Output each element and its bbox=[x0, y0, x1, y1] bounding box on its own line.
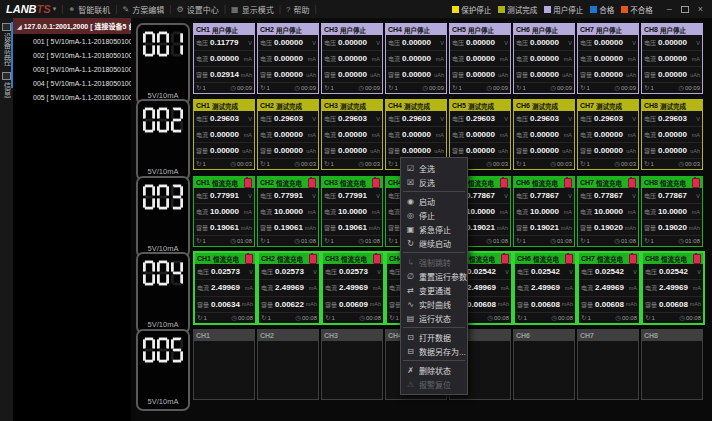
channel-card-005-CH1[interactable]: CH1 bbox=[193, 329, 255, 400]
menu-bar: |⚭智能联机|✎方案编辑|⚙设置中心|▦显示模式|?帮助| bbox=[60, 0, 318, 18]
context-menu-item-反选[interactable]: ☒反选 bbox=[401, 175, 467, 189]
step-time: 00:03 bbox=[301, 161, 316, 167]
context-menu-item-重置运行参数[interactable]: ∅重置运行参数 bbox=[401, 269, 467, 283]
logo-caret-icon[interactable]: ▾ bbox=[53, 5, 57, 13]
loop-count: 1 bbox=[330, 238, 333, 244]
context-menu-item-变更通道[interactable]: ⇄变更通道 bbox=[401, 283, 467, 297]
capacity-row: 容量0.00608mAh bbox=[515, 297, 575, 313]
capacity-row: 容量0.00000uAh bbox=[322, 143, 382, 159]
channel-card-005-CH8[interactable]: CH8 bbox=[641, 329, 703, 400]
capacity-value: 0.02914 bbox=[210, 70, 239, 79]
channel-card-003-CH1[interactable]: CH1 恒流充电 电压0.77991V电流10.0000mA容量0.19061m… bbox=[193, 176, 255, 247]
current-row: 电流2.49969mA bbox=[195, 280, 255, 296]
current-row: 电流2.49969mA bbox=[259, 280, 319, 296]
menu-item-智能联机[interactable]: ⚭智能联机 bbox=[64, 4, 114, 15]
capacity-value: 0.00000 bbox=[530, 70, 559, 79]
channel-name: CH5 bbox=[452, 26, 466, 33]
channel-card-001-CH7[interactable]: CH7 用户停止 电压0.00000V电流0.00000mA容量0.00000u… bbox=[577, 23, 639, 94]
context-menu-item-启动[interactable]: ◉启动 bbox=[401, 194, 467, 208]
context-menu-item-打开数据[interactable]: ⊡打开数据 bbox=[401, 330, 467, 344]
channel-card-002-CH8[interactable]: CH8 测试完成 电压0.29603V电流0.00000mA容量0.00000u… bbox=[641, 99, 703, 170]
context-menu-item-运行状态[interactable]: ▤运行状态 bbox=[401, 311, 467, 325]
channel-card-001-CH3[interactable]: CH3 用户停止 电压0.00000V电流0.00000mA容量0.00000u… bbox=[321, 23, 383, 94]
context-menu-item-继续启动[interactable]: ↻继续启动 bbox=[401, 236, 467, 250]
channel-card-004-CH1[interactable]: CH1 恒流充电 电压0.02573V电流2.49969mA容量0.00634m… bbox=[193, 251, 257, 325]
channel-card-004-CH6[interactable]: CH6 恒流充电 电压0.02542V电流2.49969mA容量0.00608m… bbox=[513, 251, 577, 325]
channel-card-002-CH7[interactable]: CH7 测试完成 电压0.29603V电流0.00000mA容量0.00000u… bbox=[577, 99, 639, 170]
current-value: 2.49969 bbox=[659, 283, 688, 292]
device-tile-003[interactable]: 5V/10mA bbox=[136, 176, 190, 258]
legend-label: 测试完成 bbox=[507, 4, 537, 15]
loop-icon: ↻ bbox=[452, 84, 457, 91]
window-controls: – × bbox=[667, 5, 703, 14]
channel-card-003-CH3[interactable]: CH3 恒流充电 电压0.77991V电流10.0000mA容量0.19061m… bbox=[321, 176, 383, 247]
resume-start-icon: ↻ bbox=[406, 239, 415, 248]
context-menu-item-数据另存为...[interactable]: ⊟数据另存为... bbox=[401, 344, 467, 358]
context-menu-item-全选[interactable]: ☑全选 bbox=[401, 161, 467, 175]
close-button[interactable]: × bbox=[698, 5, 703, 14]
menu-item-帮助[interactable]: ?帮助 bbox=[282, 4, 313, 15]
channel-card-002-CH2[interactable]: CH2 测试完成 电压0.29603V电流0.00000mA容量0.00000u… bbox=[257, 99, 319, 170]
channel-card-004-CH2[interactable]: CH2 恒流充电 电压0.02573V电流2.49969mA容量0.00622m… bbox=[257, 251, 321, 325]
channel-card-001-CH6[interactable]: CH6 用户停止 电压0.00000V电流0.00000mA容量0.00000u… bbox=[513, 23, 575, 94]
capacity-value: 0.00000 bbox=[530, 146, 559, 155]
legend-label: 不合格 bbox=[630, 4, 653, 15]
channel-card-005-CH7[interactable]: CH7 bbox=[577, 329, 639, 400]
channel-card-003-CH6[interactable]: CH6 恒流充电 电压0.77867V电流10.0000mA容量0.19021m… bbox=[513, 176, 575, 247]
capacity-label: 容量 bbox=[452, 70, 464, 79]
tree-device-node[interactable]: 001 [ 5V/10mA-1.1-20180501001 ] bbox=[13, 34, 131, 48]
voltage-row: 电压0.02573V bbox=[195, 264, 255, 280]
channel-card-005-CH3[interactable]: CH3 bbox=[321, 329, 383, 400]
context-menu-item-实时曲线[interactable]: ∿实时曲线 bbox=[401, 297, 467, 311]
channel-card-005-CH2[interactable]: CH2 bbox=[257, 329, 319, 400]
channel-card-003-CH8[interactable]: CH8 恒流充电 电压0.77867V电流10.0000mA容量0.19020m… bbox=[641, 176, 703, 247]
tree-device-node[interactable]: 003 [ 5V/10mA-1.1-20180501003 ] bbox=[13, 62, 131, 76]
voltage-unit: V bbox=[695, 40, 700, 46]
tree-root-node[interactable]: ◢ 127.0.0.1:2001,2000 [ 连接设备5 台 ] bbox=[13, 18, 131, 34]
current-label: 电流 bbox=[452, 54, 464, 63]
channel-card-001-CH8[interactable]: CH8 用户停止 电压0.00000V电流0.00000mA容量0.00000u… bbox=[641, 23, 703, 94]
context-menu-item-紧急停止[interactable]: ▣紧急停止 bbox=[401, 222, 467, 236]
app-logo[interactable]: LANBTS bbox=[6, 3, 51, 15]
step-time: 01:08 bbox=[557, 238, 572, 244]
channel-card-002-CH1[interactable]: CH1 测试完成 电压0.29603V电流0.00000mA容量0.00000u… bbox=[193, 99, 255, 170]
channel-card-002-CH6[interactable]: CH6 测试完成 电压0.29603V电流0.00000mA容量0.00000u… bbox=[513, 99, 575, 170]
legend-测试完成: 测试完成 bbox=[498, 4, 537, 15]
channel-card-footer: ↻1 ◷00:08 bbox=[259, 313, 319, 323]
channel-card-003-CH2[interactable]: CH2 恒流充电 电压0.77991V电流10.0000mA容量0.19061m… bbox=[257, 176, 319, 247]
device-tile-001[interactable]: 5V/10mA bbox=[136, 23, 190, 105]
device-tile-004[interactable]: 5V/10mA bbox=[136, 252, 190, 334]
device-tile-005[interactable]: 5V/10mA bbox=[136, 329, 190, 411]
capacity-row: 容量0.00608mAh bbox=[579, 297, 639, 313]
channel-card-body: 电压0.00000V电流0.00000mA容量0.00000uAh bbox=[642, 35, 702, 83]
channel-card-002-CH3[interactable]: CH3 测试完成 电压0.29603V电流0.00000mA容量0.00000u… bbox=[321, 99, 383, 170]
tree-device-node[interactable]: 002 [ 5V/10mA-1.1-20180501002 ] bbox=[13, 48, 131, 62]
maximize-button[interactable] bbox=[681, 6, 689, 13]
tree-device-node[interactable]: 005 [ 5V/10mA-1.1-20180501005 ] bbox=[13, 90, 131, 104]
channel-card-005-CH6[interactable]: CH6 bbox=[513, 329, 575, 400]
channel-card-001-CH2[interactable]: CH2 用户停止 电压0.00000V电流0.00000mA容量0.00000u… bbox=[257, 23, 319, 94]
channel-card-003-CH7[interactable]: CH7 恒流充电 电压0.77867V电流10.0000mA容量0.19020m… bbox=[577, 176, 639, 247]
context-menu-item-label: 重置运行参数 bbox=[419, 271, 467, 282]
menu-item-方案编辑[interactable]: ✎方案编辑 bbox=[119, 4, 169, 15]
tree-device-node[interactable]: 004 [ 5V/10mA-1.1-20180501004 ] bbox=[13, 76, 131, 90]
channel-card-001-CH5[interactable]: CH5 用户停止 电压0.00000V电流0.00000mA容量0.00000u… bbox=[449, 23, 511, 94]
voltage-label: 电压 bbox=[580, 191, 592, 200]
channel-card-004-CH3[interactable]: CH3 恒流充电 电压0.02573V电流2.49969mA容量0.00609m… bbox=[321, 251, 385, 325]
channel-card-004-CH7[interactable]: CH7 恒流充电 电压0.02542V电流2.49969mA容量0.00608m… bbox=[577, 251, 641, 325]
minimize-button[interactable]: – bbox=[667, 5, 672, 14]
tree-expand-icon[interactable]: ◢ bbox=[17, 23, 22, 30]
context-menu-item-停止[interactable]: ◎停止 bbox=[401, 208, 467, 222]
channel-card-001-CH1[interactable]: CH1 用户停止 电压0.11779V电流0.00000mA容量0.02914m… bbox=[193, 23, 255, 94]
menu-item-显示模式[interactable]: ▦显示模式 bbox=[227, 4, 278, 15]
current-unit: mA bbox=[564, 285, 573, 291]
device-tile-002[interactable]: 5V/10mA bbox=[136, 99, 190, 181]
current-unit: mA bbox=[628, 285, 637, 291]
channel-card-header: CH6 恒流充电 bbox=[514, 177, 574, 188]
context-menu-item-删除状态[interactable]: ✗删除状态 bbox=[401, 363, 467, 377]
legend-swatch bbox=[452, 6, 459, 13]
channel-card-004-CH8[interactable]: CH8 恒流充电 电压0.02542V电流2.49969mA容量0.00608m… bbox=[641, 251, 705, 325]
step-time: 00:09 bbox=[685, 85, 700, 91]
channel-card-001-CH4[interactable]: CH4 用户停止 电压0.00000V电流0.00000mA容量0.00000u… bbox=[385, 23, 447, 94]
menu-item-设置中心[interactable]: ⚙设置中心 bbox=[173, 4, 223, 15]
